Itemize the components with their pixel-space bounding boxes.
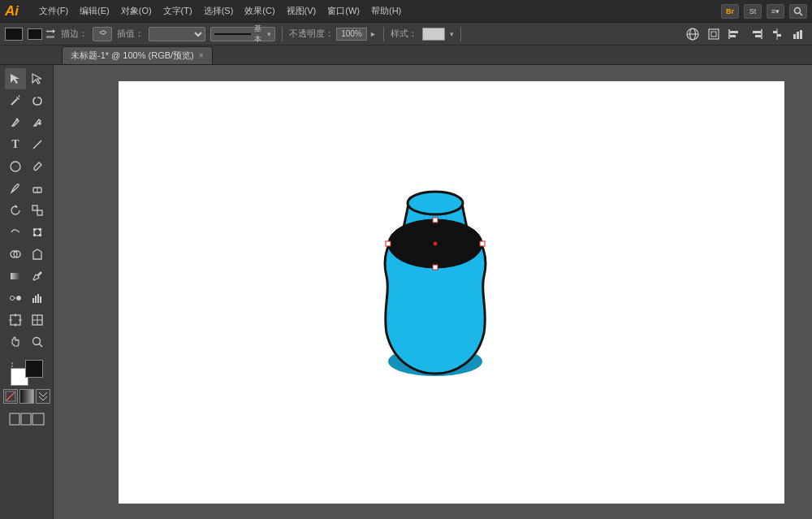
svg-rect-33 [37,210,42,215]
pen-tool[interactable] [5,112,26,133]
free-transform-tool[interactable] [27,222,48,243]
divider-3 [460,27,461,41]
style-swatch[interactable] [422,28,445,41]
svg-marker-2 [53,29,55,33]
eraser-tool[interactable] [27,178,48,199]
tool-row-5 [5,156,48,177]
canvas-area[interactable] [54,65,812,519]
slice-tool[interactable] [27,309,48,331]
stroke-swatch[interactable] [28,28,42,40]
svg-rect-69 [386,241,391,246]
search-icon[interactable] [789,4,807,19]
svg-rect-8 [711,32,716,37]
ellipse-tool[interactable] [5,156,26,177]
tool-row-4: T [5,134,48,155]
artboard-nav-tool[interactable] [5,309,26,331]
align-left-icon[interactable] [726,25,744,43]
menu-text[interactable]: 文字(T) [158,3,197,19]
gradient-tool[interactable] [5,266,26,287]
stroke-btn[interactable] [93,27,112,41]
hand-tool[interactable] [5,331,26,352]
interpolate-select[interactable] [149,27,205,41]
lasso-tool[interactable] [27,90,48,111]
opacity-input[interactable] [336,28,367,41]
menu-view[interactable]: 视图(V) [282,3,322,19]
divider-1 [282,27,283,41]
svg-rect-9 [730,31,738,33]
svg-rect-13 [755,35,761,37]
tool-row-6 [5,178,48,199]
divider-2 [383,27,384,41]
direct-selection-tool[interactable] [27,68,48,89]
magic-wand-tool[interactable] [5,90,26,111]
svg-rect-7 [709,29,719,39]
foreground-color-swatch[interactable] [25,360,43,378]
menu-object[interactable]: 对象(O) [116,3,157,19]
svg-point-0 [795,7,801,13]
svg-rect-63 [32,413,44,425]
gradient-fill-icon[interactable] [19,389,34,404]
color-swatches: ↕ [11,360,43,386]
svg-rect-32 [32,205,37,210]
tab-close-btn[interactable]: × [199,51,204,60]
none-fill-icon[interactable] [3,389,18,404]
add-anchor-tool[interactable] [27,112,48,133]
warp-tool[interactable] [5,222,26,243]
tool-row-10 [5,266,48,287]
svg-rect-18 [793,34,796,39]
tool-row-1 [5,68,48,89]
menu-edit[interactable]: 编辑(E) [75,3,114,19]
menu-help[interactable]: 帮助(H) [366,3,406,19]
svg-rect-36 [39,228,41,231]
svg-rect-12 [753,31,761,33]
eyedropper-tool[interactable] [27,266,48,287]
menu-file[interactable]: 文件(F) [34,3,73,19]
canvas-size-tool[interactable] [6,411,48,427]
opacity-arrow[interactable]: ► [369,30,377,38]
artboard-tool-icon[interactable] [705,25,723,43]
chart-icon[interactable] [789,25,807,43]
globe-icon[interactable] [684,25,702,43]
menu-bar: 文件(F) 编辑(E) 对象(O) 文字(T) 选择(S) 效果(C) 视图(V… [34,3,715,19]
svg-rect-41 [11,273,20,279]
paintbrush-tool[interactable] [27,156,48,177]
tool-row-9 [5,244,48,265]
svg-line-58 [39,344,42,347]
illustration [370,154,500,391]
scale-tool[interactable] [27,200,48,221]
fill-swatch[interactable] [5,28,23,41]
tool-row-8 [5,222,48,243]
blend-tool[interactable] [5,288,26,309]
pencil-tool[interactable] [5,178,26,199]
interpolate-label: 插值： [117,28,144,40]
type-tool[interactable]: T [5,134,26,155]
document-tab[interactable]: 未标题-1* @ 100% (RGB/预览) × [62,46,213,64]
pattern-fill-icon[interactable] [36,389,50,404]
tab-title: 未标题-1* @ 100% (RGB/预览) [71,50,194,62]
svg-line-59 [6,392,15,400]
chart-tool[interactable] [27,288,48,309]
menu-window[interactable]: 窗口(W) [322,3,365,19]
style-arrow[interactable]: ▾ [450,30,454,38]
swap-colors-icon[interactable]: ↕ [11,360,15,369]
workspace-icon[interactable]: ≡▾ [767,4,784,19]
align-right-icon[interactable] [747,25,765,43]
svg-point-65 [408,192,463,214]
svg-rect-62 [21,413,31,425]
stock-icon[interactable]: St [744,4,762,19]
bridge-icon[interactable]: Br [721,4,739,19]
menu-select[interactable]: 选择(S) [199,3,239,19]
rotate-tool[interactable] [5,200,26,221]
svg-rect-45 [32,298,34,303]
zoom-tool[interactable] [27,331,48,352]
svg-line-27 [33,141,41,149]
line-tool[interactable] [27,134,48,155]
distribute-icon[interactable] [768,25,786,43]
stroke-line-select[interactable]: 基本 ▾ [210,27,275,41]
live-paint-tool[interactable] [27,244,48,265]
svg-rect-68 [433,265,438,270]
main-area: T [0,65,812,519]
menu-effect[interactable]: 效果(C) [240,3,279,19]
selection-tool[interactable] [5,68,26,89]
shape-builder-tool[interactable] [5,244,26,265]
